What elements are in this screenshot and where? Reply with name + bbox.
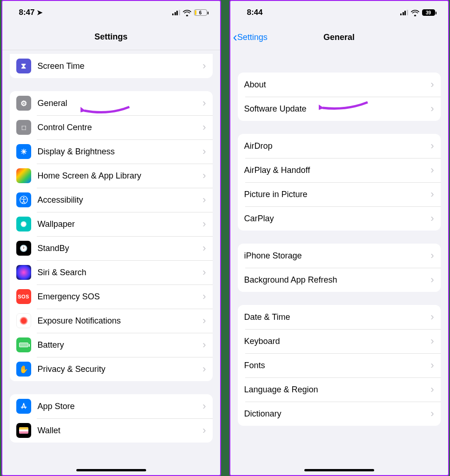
row-label: Home Screen & App Library <box>38 171 203 181</box>
chevron-right-icon: › <box>430 311 434 323</box>
chevron-right-icon: › <box>202 170 206 182</box>
row-exposure-notifications[interactable]: Exposure Notifications › <box>10 309 213 333</box>
siri-icon <box>16 265 31 280</box>
row-label: CarPlay <box>244 214 431 224</box>
row-label: Dictionary <box>244 409 431 419</box>
cellular-icon <box>172 10 180 15</box>
wifi-icon <box>411 9 419 16</box>
row-carplay[interactable]: CarPlay › <box>238 206 441 231</box>
row-wallet[interactable]: Wallet › <box>10 418 213 443</box>
status-bar: 8:44 39 <box>230 1 448 24</box>
home-indicator[interactable] <box>304 469 374 471</box>
switches-icon: ⬚ <box>16 120 31 135</box>
general-group-storage: iPhone Storage › Background App Refresh … <box>238 244 441 292</box>
row-accessibility[interactable]: Accessibility › <box>10 188 213 212</box>
row-general[interactable]: ⚙ General › <box>10 91 213 115</box>
row-background-app-refresh[interactable]: Background App Refresh › <box>238 268 441 292</box>
row-airdrop[interactable]: AirDrop › <box>238 134 441 158</box>
chevron-right-icon: › <box>202 266 206 278</box>
row-label: Control Centre <box>38 123 203 132</box>
chevron-right-icon: › <box>202 97 206 109</box>
row-language-region[interactable]: Language & Region › <box>238 377 441 402</box>
chevron-right-icon: › <box>430 359 434 371</box>
chevron-right-icon: › <box>430 335 434 347</box>
row-wallpaper[interactable]: ✺ Wallpaper › <box>10 212 213 236</box>
chevron-right-icon: › <box>202 60 206 72</box>
chevron-right-icon: › <box>202 424 206 436</box>
row-control-centre[interactable]: ⬚ Control Centre › <box>10 115 213 139</box>
appstore-icon <box>16 399 31 414</box>
page-title: Settings <box>94 32 128 42</box>
chevron-right-icon: › <box>430 250 434 262</box>
general-group-datetime: Date & Time › Keyboard › Fonts › Languag… <box>238 305 441 426</box>
battery-icon <box>16 337 31 352</box>
chevron-right-icon: › <box>430 164 434 176</box>
row-display-brightness[interactable]: ☀ Display & Brightness › <box>10 139 213 164</box>
row-fonts[interactable]: Fonts › <box>238 353 441 377</box>
chevron-right-icon: › <box>202 194 206 206</box>
row-label: Date & Time <box>244 312 431 322</box>
chevron-right-icon: › <box>202 121 206 133</box>
flower-icon: ✺ <box>16 217 31 231</box>
row-picture-in-picture[interactable]: Picture in Picture › <box>238 182 441 206</box>
general-list[interactable]: About › Software Update › AirDrop › AirP… <box>230 50 448 475</box>
row-label: Keyboard <box>244 337 431 346</box>
row-home-screen[interactable]: Home Screen & App Library › <box>10 164 213 188</box>
row-privacy-security[interactable]: ✋ Privacy & Security › <box>10 357 213 381</box>
row-label: Language & Region <box>244 385 431 395</box>
chevron-right-icon: › <box>430 408 434 420</box>
row-screen-time[interactable]: ⧗ Screen Time › <box>10 54 213 78</box>
row-date-time[interactable]: Date & Time › <box>238 305 441 329</box>
chevron-right-icon: › <box>430 79 434 91</box>
general-group-airdrop: AirDrop › AirPlay & Handoff › Picture in… <box>238 134 441 231</box>
status-time: 8:44 <box>247 8 263 17</box>
row-keyboard[interactable]: Keyboard › <box>238 329 441 353</box>
home-indicator[interactable] <box>76 469 146 471</box>
chevron-right-icon: › <box>202 242 206 254</box>
row-label: Battery <box>38 340 203 350</box>
row-label: Wallet <box>38 426 203 436</box>
settings-list[interactable]: ⧗ Screen Time › ⚙ General › ⬚ Control Ce… <box>2 50 220 475</box>
hand-icon: ✋ <box>16 362 31 377</box>
chevron-right-icon: › <box>202 363 206 375</box>
row-label: Fonts <box>244 361 431 370</box>
row-standby[interactable]: 🕐 StandBy › <box>10 236 213 260</box>
row-siri-search[interactable]: Siri & Search › <box>10 260 213 284</box>
sun-icon: ☀ <box>16 144 31 159</box>
chevron-right-icon: › <box>202 339 206 351</box>
status-bar: 8:47 ➤ 6 <box>2 1 220 24</box>
wallet-icon <box>16 423 31 438</box>
row-label: General <box>38 99 203 108</box>
row-label: App Store <box>38 402 203 411</box>
page-title: General <box>323 33 355 42</box>
wifi-icon <box>183 9 191 16</box>
row-battery[interactable]: Battery › <box>10 333 213 357</box>
row-label: Siri & Search <box>38 268 203 278</box>
phone-general-root: 8:44 39 ‹ Settings General About › Softw… <box>229 0 449 476</box>
settings-group-general: ⚙ General › ⬚ Control Centre › ☀ Display… <box>10 91 213 381</box>
chevron-left-icon: ‹ <box>233 31 237 44</box>
row-label: Wallpaper <box>38 219 203 229</box>
row-label: iPhone Storage <box>244 251 431 261</box>
row-app-store[interactable]: App Store › <box>10 394 213 418</box>
row-label: Screen Time <box>38 61 203 71</box>
sos-icon: SOS <box>16 289 31 304</box>
gear-icon: ⚙ <box>16 96 31 111</box>
chevron-right-icon: › <box>430 188 434 200</box>
row-software-update[interactable]: Software Update › <box>238 97 441 121</box>
row-label: AirPlay & Handoff <box>244 165 431 175</box>
chevron-right-icon: › <box>430 103 434 115</box>
chevron-right-icon: › <box>202 145 206 158</box>
row-label: AirDrop <box>244 141 431 151</box>
settings-group-screentime: ⧗ Screen Time › <box>10 54 213 78</box>
phone-settings-root: 8:47 ➤ 6 Settings ⧗ Screen Time › ⚙ <box>1 0 221 476</box>
row-airplay-handoff[interactable]: AirPlay & Handoff › <box>238 158 441 182</box>
row-label: StandBy <box>38 244 203 253</box>
row-dictionary[interactable]: Dictionary › <box>238 402 441 426</box>
row-label: Privacy & Security <box>38 364 203 374</box>
row-iphone-storage[interactable]: iPhone Storage › <box>238 244 441 268</box>
row-emergency-sos[interactable]: SOS Emergency SOS › <box>10 284 213 309</box>
back-button[interactable]: ‹ Settings <box>233 31 268 44</box>
nav-bar: Settings <box>2 24 220 50</box>
row-about[interactable]: About › <box>238 73 441 97</box>
